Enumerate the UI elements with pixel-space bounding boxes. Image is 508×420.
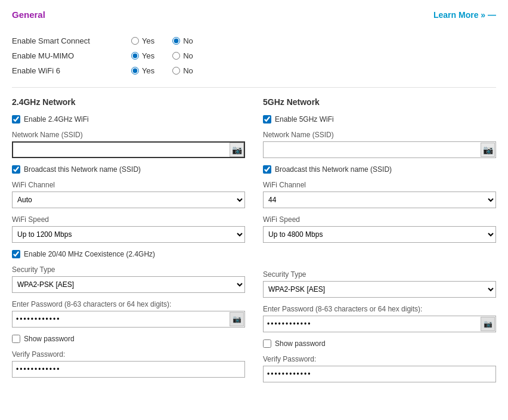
verify-24-input[interactable]	[12, 361, 245, 378]
show-password-5-row: Show password	[263, 339, 496, 348]
wifi6-yes[interactable]: Yes	[131, 66, 154, 75]
password-24-group: Enter Password (8-63 characters or 64 he…	[12, 300, 245, 328]
password-5-key-icon[interactable]: 📷	[481, 317, 495, 331]
network-5-col: 5GHz Network Enable 5GHz WiFi Network Na…	[263, 97, 496, 390]
network-24-col: 2.4GHz Network Enable 2.4GHz WiFi Networ…	[12, 97, 245, 390]
speed-24-group: WiFi Speed Up to 1200 Mbps Up to 600 Mbp…	[12, 215, 245, 243]
security-24-group: Security Type WPA2-PSK [AES] WPA-PSK [TK…	[12, 265, 245, 293]
verify-24-label: Verify Password:	[12, 350, 245, 359]
wifi6-options: Yes No	[131, 66, 193, 75]
divider	[12, 87, 496, 88]
broadcast-24-row: Broadcast this Network name (SSID)	[12, 165, 245, 174]
channel-24-label: WiFi Channel	[12, 181, 245, 189]
show-password-5-label: Show password	[275, 339, 326, 348]
mu-mimo-no[interactable]: No	[172, 51, 193, 60]
broadcast-5-checkbox[interactable]	[263, 165, 271, 174]
enable-24-label: Enable 2.4GHz WiFi	[24, 115, 89, 123]
network-columns: 2.4GHz Network Enable 2.4GHz WiFi Networ…	[12, 97, 496, 390]
mu-mimo-options: Yes No	[131, 51, 193, 60]
password-5-label: Enter Password (8-63 characters or 64 he…	[263, 305, 496, 313]
smart-connect-options: Yes No	[131, 36, 193, 45]
learn-more-link[interactable]: Learn More » —	[433, 10, 496, 20]
password-5-group: Enter Password (8-63 characters or 64 he…	[263, 305, 496, 332]
ssid-5-label: Network Name (SSID)	[263, 131, 496, 139]
security-5-label: Security Type	[263, 270, 496, 279]
coexistence-row: Enable 20/40 MHz Coexistence (2.4GHz)	[12, 250, 245, 258]
channel-5-group: WiFi Channel Auto 36404448 52566064 1001…	[263, 181, 496, 208]
ssid-5-input[interactable]	[263, 141, 496, 158]
enable-24-row: Enable 2.4GHz WiFi	[12, 115, 245, 123]
smart-connect-label: Enable Smart Connect	[12, 36, 131, 45]
ssid-24-key-icon[interactable]: 📷	[230, 143, 244, 157]
speed-5-select[interactable]: Up to 4800 Mbps Up to 2400 Mbps Up to 12…	[263, 226, 496, 243]
smart-connect-no[interactable]: No	[172, 36, 193, 45]
spacer-5	[263, 250, 496, 270]
broadcast-5-row: Broadcast this Network name (SSID)	[263, 165, 496, 174]
mu-mimo-row: Enable MU-MIMO Yes No	[12, 51, 496, 60]
broadcast-5-label: Broadcast this Network name (SSID)	[275, 165, 392, 174]
verify-5-group: Verify Password:	[263, 355, 496, 382]
ssid-24-group: Network Name (SSID) 📷	[12, 131, 245, 158]
broadcast-24-checkbox[interactable]	[12, 165, 20, 174]
wifi6-row: Enable WiFi 6 Yes No	[12, 66, 496, 75]
speed-5-group: WiFi Speed Up to 4800 Mbps Up to 2400 Mb…	[263, 215, 496, 243]
verify-24-group: Verify Password:	[12, 350, 245, 378]
wifi6-no-radio[interactable]	[172, 67, 180, 75]
speed-24-label: WiFi Speed	[12, 215, 245, 224]
password-24-key-icon[interactable]: 📷	[230, 312, 244, 326]
coexistence-label: Enable 20/40 MHz Coexistence (2.4GHz)	[24, 250, 155, 258]
password-24-label: Enter Password (8-63 characters or 64 he…	[12, 300, 245, 308]
show-password-24-label: Show password	[24, 335, 75, 343]
smart-connect-no-radio[interactable]	[172, 37, 180, 45]
security-24-label: Security Type	[12, 265, 245, 274]
channel-24-group: WiFi Channel Auto 1234 5678 91011	[12, 181, 245, 208]
page-title: General	[12, 10, 45, 20]
password-5-wrap: 📷	[263, 316, 496, 332]
verify-5-input[interactable]	[263, 366, 496, 382]
password-5-input[interactable]	[263, 316, 496, 332]
global-settings: Enable Smart Connect Yes No Enable MU-MI…	[12, 36, 496, 75]
wifi6-no[interactable]: No	[172, 66, 193, 75]
speed-24-select[interactable]: Up to 1200 Mbps Up to 600 Mbps Up to 300…	[12, 226, 245, 243]
ssid-5-input-wrap: 📷	[263, 141, 496, 158]
show-password-24-row: Show password	[12, 335, 245, 343]
show-password-5-checkbox[interactable]	[263, 339, 271, 348]
show-password-24-checkbox[interactable]	[12, 335, 20, 343]
ssid-24-input[interactable]	[12, 141, 245, 158]
enable-5-row: Enable 5GHz WiFi	[263, 115, 496, 123]
security-5-group: Security Type WPA2-PSK [AES] WPA-PSK [TK…	[263, 270, 496, 298]
password-24-wrap: 📷	[12, 311, 245, 328]
smart-connect-yes-radio[interactable]	[131, 37, 139, 45]
coexistence-checkbox[interactable]	[12, 250, 20, 258]
verify-5-label: Verify Password:	[263, 355, 496, 363]
channel-5-label: WiFi Channel	[263, 181, 496, 189]
wifi6-label: Enable WiFi 6	[12, 66, 131, 75]
security-5-select[interactable]: WPA2-PSK [AES] WPA-PSK [TKIP] None	[263, 281, 496, 298]
mu-mimo-no-radio[interactable]	[172, 52, 180, 60]
header: General Learn More » —	[12, 10, 496, 24]
security-24-select[interactable]: WPA2-PSK [AES] WPA-PSK [TKIP] None	[12, 276, 245, 293]
mu-mimo-yes[interactable]: Yes	[131, 51, 154, 60]
ssid-24-input-wrap: 📷	[12, 141, 245, 158]
password-24-input[interactable]	[12, 311, 245, 328]
wifi6-yes-radio[interactable]	[131, 67, 139, 75]
channel-5-select[interactable]: Auto 36404448 52566064 100104108112 1161…	[263, 192, 496, 208]
broadcast-24-label: Broadcast this Network name (SSID)	[24, 165, 141, 174]
enable-5-label: Enable 5GHz WiFi	[275, 115, 334, 123]
enable-24-checkbox[interactable]	[12, 115, 20, 123]
network-24-title: 2.4GHz Network	[12, 97, 245, 107]
ssid-5-group: Network Name (SSID) 📷	[263, 131, 496, 158]
smart-connect-row: Enable Smart Connect Yes No	[12, 36, 496, 45]
ssid-24-label: Network Name (SSID)	[12, 131, 245, 139]
smart-connect-yes[interactable]: Yes	[131, 36, 154, 45]
mu-mimo-label: Enable MU-MIMO	[12, 51, 131, 60]
enable-5-checkbox[interactable]	[263, 115, 271, 123]
speed-5-label: WiFi Speed	[263, 215, 496, 224]
mu-mimo-yes-radio[interactable]	[131, 52, 139, 60]
channel-24-select[interactable]: Auto 1234 5678 91011	[12, 192, 245, 208]
network-5-title: 5GHz Network	[263, 97, 496, 107]
ssid-5-key-icon[interactable]: 📷	[481, 143, 495, 157]
